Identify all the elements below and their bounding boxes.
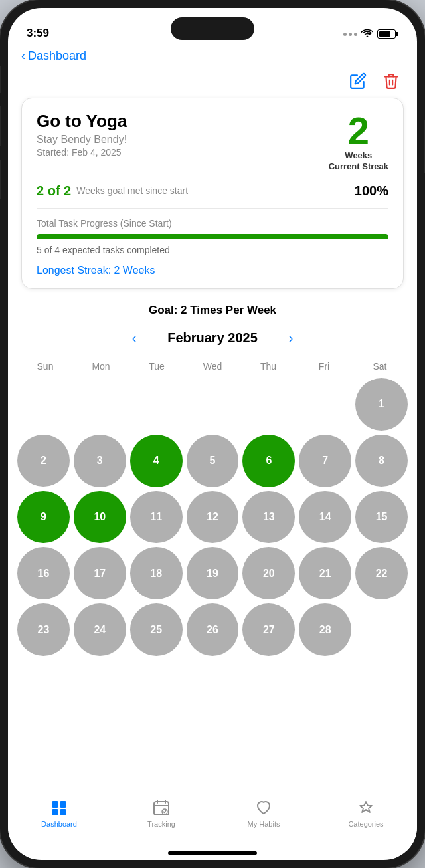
silent-switch bbox=[0, 66, 1, 93]
calendar-day[interactable]: 2 bbox=[17, 435, 70, 487]
tab-my-habits-label: My Habits bbox=[248, 820, 280, 828]
habit-subtitle: Stay Bendy Bendy! bbox=[37, 134, 127, 146]
calendar-day[interactable]: 27 bbox=[242, 603, 295, 656]
calendar-day[interactable]: 6 bbox=[242, 435, 295, 487]
calendar-day[interactable]: 25 bbox=[130, 603, 183, 656]
tab-my-habits[interactable]: My Habits bbox=[212, 799, 315, 828]
svg-rect-2 bbox=[52, 809, 58, 815]
phone-frame: 3:59 bbox=[0, 0, 425, 868]
calendar-day[interactable]: 26 bbox=[187, 603, 239, 656]
calendar-day[interactable]: 28 bbox=[299, 603, 351, 656]
calendar-month: February 2025 bbox=[159, 330, 266, 346]
calendar-day[interactable]: 12 bbox=[187, 491, 239, 544]
habit-card: Go to Yoga Stay Bendy Bendy! Started: Fe… bbox=[21, 98, 404, 289]
calendar-day[interactable]: 19 bbox=[187, 547, 239, 599]
calendar-day bbox=[17, 378, 70, 431]
goal-desc: Weeks goal met since start bbox=[76, 185, 188, 196]
longest-streak: Longest Streak: 2 Weeks bbox=[37, 265, 388, 276]
calendar-prev-button[interactable]: ‹ bbox=[125, 329, 143, 348]
tab-dashboard-label: Dashboard bbox=[41, 820, 77, 828]
svg-rect-1 bbox=[60, 801, 66, 808]
calendar-day bbox=[130, 378, 183, 431]
goal-met: 2 of 2 bbox=[37, 183, 71, 199]
weekday-mon: Mon bbox=[73, 358, 129, 374]
calendar-day[interactable]: 24 bbox=[74, 603, 126, 656]
status-icons bbox=[343, 28, 398, 40]
calendar-day[interactable]: 3 bbox=[74, 435, 126, 487]
tab-tracking-label: Tracking bbox=[147, 820, 175, 828]
calendar-header: ‹ February 2025 › bbox=[17, 329, 408, 348]
card-top: Go to Yoga Stay Bendy Bendy! Started: Fe… bbox=[37, 112, 388, 173]
tracking-icon bbox=[152, 799, 171, 817]
calendar-day[interactable]: 23 bbox=[17, 603, 70, 656]
streak-block: 2 Weeks Current Streak bbox=[329, 112, 388, 173]
calendar-day[interactable]: 20 bbox=[242, 547, 295, 599]
calendar-day[interactable]: 1 bbox=[355, 378, 408, 431]
goal-left: 2 of 2 Weeks goal met since start bbox=[37, 183, 188, 199]
progress-bar bbox=[37, 234, 388, 239]
calendar-day[interactable]: 15 bbox=[355, 491, 408, 544]
tab-categories[interactable]: Categories bbox=[315, 799, 417, 828]
action-row bbox=[8, 71, 417, 98]
goal-row: 2 of 2 Weeks goal met since start 100% bbox=[37, 183, 388, 199]
progress-bar-fill bbox=[37, 234, 388, 239]
calendar-day bbox=[74, 378, 126, 431]
my-habits-icon bbox=[254, 799, 273, 817]
weekday-sat: Sat bbox=[352, 358, 408, 374]
dynamic-island bbox=[171, 17, 254, 40]
goal-subtitle: Goal: 2 Times Per Week bbox=[8, 304, 417, 317]
calendar-day[interactable]: 9 bbox=[17, 491, 70, 544]
calendar-day[interactable]: 14 bbox=[299, 491, 351, 544]
streak-label: Weeks Current Streak bbox=[329, 150, 388, 173]
divider bbox=[37, 208, 388, 209]
tab-bar: Dashboard Tracking bbox=[8, 792, 417, 851]
tab-dashboard[interactable]: Dashboard bbox=[8, 799, 110, 828]
home-indicator bbox=[168, 851, 257, 855]
calendar-day[interactable]: 22 bbox=[355, 547, 408, 599]
status-time: 3:59 bbox=[27, 27, 49, 40]
back-nav[interactable]: ‹ Dashboard bbox=[8, 44, 417, 71]
wifi-icon bbox=[361, 28, 373, 40]
delete-button[interactable] bbox=[381, 71, 401, 91]
calendar-next-button[interactable]: › bbox=[282, 329, 300, 348]
calendar-day[interactable]: 21 bbox=[299, 547, 351, 599]
battery-icon bbox=[377, 29, 398, 39]
calendar-day[interactable]: 10 bbox=[74, 491, 126, 544]
back-chevron-icon: ‹ bbox=[21, 49, 25, 63]
calendar-day bbox=[242, 378, 295, 431]
volume-up-button bbox=[0, 106, 1, 146]
tab-tracking[interactable]: Tracking bbox=[110, 799, 212, 828]
tab-categories-label: Categories bbox=[348, 820, 383, 828]
habit-info: Go to Yoga Stay Bendy Bendy! Started: Fe… bbox=[37, 112, 127, 158]
phone-screen: 3:59 bbox=[8, 8, 417, 860]
weekday-tue: Tue bbox=[129, 358, 185, 374]
calendar-day[interactable]: 4 bbox=[130, 435, 183, 487]
signal-dots-icon bbox=[343, 33, 357, 36]
calendar-weekdays: Sun Mon Tue Wed Thu Fri Sat bbox=[17, 358, 408, 374]
calendar-day[interactable]: 17 bbox=[74, 547, 126, 599]
calendar-day[interactable]: 13 bbox=[242, 491, 295, 544]
calendar-day bbox=[299, 378, 351, 431]
content-area: ‹ Dashboard bbox=[8, 44, 417, 792]
back-label[interactable]: Dashboard bbox=[28, 49, 86, 63]
svg-rect-3 bbox=[60, 809, 66, 815]
calendar-day[interactable]: 5 bbox=[187, 435, 239, 487]
calendar-grid: 1234567891011121314151617181920212223242… bbox=[17, 378, 408, 656]
tasks-completed: 5 of 4 expected tasks completed bbox=[37, 245, 388, 255]
weekday-sun: Sun bbox=[17, 358, 73, 374]
progress-label: Total Task Progress (Since Start) bbox=[37, 218, 388, 229]
calendar-day[interactable]: 11 bbox=[130, 491, 183, 544]
weekday-fri: Fri bbox=[296, 358, 352, 374]
calendar-day[interactable]: 8 bbox=[355, 435, 408, 487]
volume-down-button bbox=[0, 160, 1, 199]
calendar-day[interactable]: 16 bbox=[17, 547, 70, 599]
calendar-day[interactable]: 18 bbox=[130, 547, 183, 599]
goal-pct: 100% bbox=[355, 183, 388, 199]
weekday-wed: Wed bbox=[185, 358, 240, 374]
weekday-thu: Thu bbox=[240, 358, 296, 374]
svg-rect-0 bbox=[52, 801, 58, 808]
calendar-day[interactable]: 7 bbox=[299, 435, 351, 487]
habit-started: Started: Feb 4, 2025 bbox=[37, 147, 127, 158]
edit-button[interactable] bbox=[348, 71, 368, 91]
streak-number: 2 bbox=[329, 112, 388, 150]
